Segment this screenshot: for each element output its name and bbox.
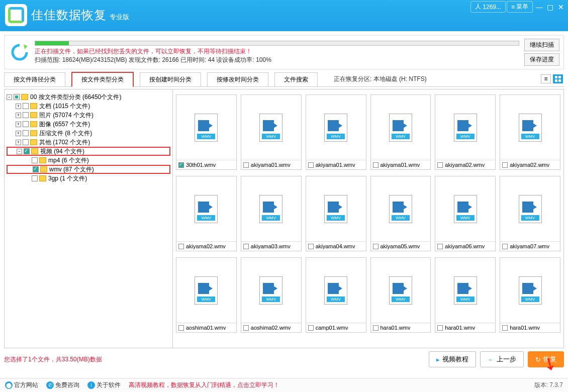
menu-button[interactable]: ≡菜单 (507, 1, 533, 13)
tree-node-images[interactable]: 图像 (6557 个文件) (39, 120, 90, 129)
file-name: akiyama03.wmv (251, 243, 291, 249)
scan-warning-text: 正在扫描文件，如果已经找到您丢失的文件，可以立即恢复，不用等待扫描结束！ (35, 47, 519, 56)
tree-node-mp4[interactable]: mp4 (6 个文件) (48, 156, 89, 165)
file-thumb[interactable]: WMVaoshima02.wmv (241, 257, 302, 333)
wmv-file-icon: WMV (454, 276, 477, 305)
file-thumb[interactable]: WMVhara01.wmv (435, 257, 496, 333)
expand-icon[interactable]: − (7, 94, 12, 100)
view-list-icon[interactable]: ≡ (541, 74, 551, 83)
checkbox[interactable] (14, 94, 20, 100)
file-thumb[interactable]: WMVhara01.wmv (500, 257, 560, 333)
file-name: akiyama05.wmv (381, 243, 420, 249)
filetype-tree[interactable]: −00 按文件类型分类 (66450个文件) +文档 (1015 个文件) +照… (4, 89, 173, 348)
file-grid[interactable]: WMV30th01.wmvWMVakiyama01.wmvWMVakiyama0… (173, 89, 564, 348)
close-icon[interactable]: ✕ (556, 3, 566, 11)
file-checkbox[interactable] (437, 162, 443, 168)
checkbox[interactable] (23, 121, 29, 127)
file-thumb[interactable]: WMVakiyama04.wmv (306, 176, 366, 251)
tab-by-filetype[interactable]: 按文件类型分类 (71, 72, 134, 87)
tree-node-archives[interactable]: 压缩文件 (8 个文件) (39, 129, 92, 138)
checkbox[interactable] (23, 130, 29, 136)
expand-icon[interactable]: + (16, 113, 21, 118)
minimize-icon[interactable]: — (534, 3, 544, 11)
checkbox[interactable] (33, 166, 39, 172)
file-thumb[interactable]: WMVakiyama03.wmv (241, 176, 302, 251)
tab-by-create-time[interactable]: 按创建时间分类 (140, 72, 201, 86)
file-checkbox[interactable] (178, 162, 184, 168)
file-checkbox[interactable] (502, 325, 508, 331)
prev-step-button[interactable]: ←上一步 (480, 351, 524, 367)
video-tutorial-button[interactable]: ▸视频教程 (429, 351, 476, 367)
file-thumb[interactable]: WMVakiyama07.wmv (500, 176, 560, 251)
expand-icon[interactable]: − (17, 149, 22, 154)
file-thumb[interactable]: WMVaoshima01.wmv (176, 257, 237, 333)
expand-icon[interactable]: + (16, 140, 21, 145)
checkbox[interactable] (23, 103, 29, 109)
tab-by-modify-time[interactable]: 按修改时间分类 (207, 72, 268, 86)
file-thumb[interactable]: WMVakiyama06.wmv (435, 176, 496, 251)
file-thumb[interactable]: WMVakiyama02.wmv (176, 176, 237, 251)
file-checkbox[interactable] (437, 244, 443, 249)
arrow-left-icon: ← (488, 356, 494, 363)
expand-icon[interactable]: + (16, 131, 21, 136)
main-area: −00 按文件类型分类 (66450个文件) +文档 (1015 个文件) +照… (4, 89, 564, 348)
file-checkbox[interactable] (373, 162, 378, 168)
file-thumb[interactable]: WMVakiyama01.wmv (306, 94, 366, 170)
file-thumb[interactable]: WMV30th01.wmv (176, 94, 237, 170)
tree-node-photos[interactable]: 照片 (57074 个文件) (39, 111, 93, 120)
file-thumb[interactable]: WMVakiyama02.wmv (435, 94, 496, 170)
file-checkbox[interactable] (373, 244, 378, 249)
expand-icon[interactable]: + (16, 122, 21, 127)
expand-icon[interactable]: + (16, 104, 21, 109)
file-name: akiyama07.wmv (510, 243, 549, 249)
file-thumb[interactable]: WMVakiyama05.wmv (370, 176, 431, 251)
file-thumb[interactable]: WMVakiyama01.wmv (370, 94, 431, 170)
file-checkbox[interactable] (243, 325, 249, 331)
promo-text[interactable]: 高清视频教程，数据恢复从入门到精通，点击立即学习！ (129, 381, 279, 389)
file-checkbox[interactable] (373, 325, 378, 331)
file-checkbox[interactable] (308, 325, 314, 331)
about-link[interactable]: i关于软件 (87, 381, 121, 389)
file-checkbox[interactable] (502, 244, 508, 249)
checkbox[interactable] (32, 175, 38, 181)
checkbox[interactable] (23, 112, 29, 118)
file-checkbox[interactable] (308, 244, 314, 249)
tab-file-search[interactable]: 文件搜索 (274, 72, 318, 86)
file-checkbox[interactable] (502, 162, 508, 168)
user-button[interactable]: 人1269... (470, 1, 506, 13)
checkbox[interactable] (24, 148, 30, 154)
file-checkbox[interactable] (243, 162, 249, 168)
official-site-link[interactable]: ⬤官方网站 (5, 381, 38, 389)
maximize-icon[interactable]: ▢ (545, 3, 555, 11)
logo-icon (5, 4, 27, 26)
file-thumb[interactable]: WMVhara01.wmv (370, 257, 431, 333)
file-checkbox[interactable] (243, 244, 249, 249)
tree-node-docs[interactable]: 文档 (1015 个文件) (39, 102, 90, 111)
recover-button[interactable]: ↻恢复 (528, 351, 564, 367)
save-progress-button[interactable]: 保存进度 (524, 53, 559, 66)
tree-root[interactable]: 00 按文件类型分类 (66450个文件) (30, 93, 121, 102)
tree-node-video[interactable]: 视频 (94 个文件) (40, 147, 84, 156)
free-consult-link[interactable]: ✆免费咨询 (46, 381, 79, 389)
file-checkbox[interactable] (437, 325, 443, 331)
wmv-file-icon: WMV (454, 114, 477, 142)
file-thumb[interactable]: WMVakiyama01.wmv (241, 94, 302, 170)
checkbox[interactable] (32, 157, 38, 163)
file-name: akiyama02.wmv (186, 243, 226, 249)
footer: ⬤官方网站 ✆免费咨询 i关于软件 高清视频教程，数据恢复从入门到精通，点击立即… (0, 378, 568, 392)
file-thumb[interactable]: WMVakiyama02.wmv (500, 94, 560, 170)
tree-node-wmv[interactable]: wmv (87 个文件) (49, 165, 94, 174)
continue-scan-button[interactable]: 继续扫描 (524, 39, 559, 51)
file-thumb[interactable]: WMVcamp01.wmv (306, 257, 366, 333)
file-name: akiyama02.wmv (510, 162, 549, 168)
tree-node-other[interactable]: 其他 (1702 个文件) (39, 138, 90, 147)
view-grid-icon[interactable] (553, 74, 563, 83)
file-checkbox[interactable] (178, 244, 184, 249)
app-edition: 专业版 (110, 13, 129, 22)
file-checkbox[interactable] (178, 325, 184, 331)
window-controls: 人1269... ≡菜单 — ▢ ✕ (470, 1, 566, 13)
tab-by-path[interactable]: 按文件路径分类 (4, 72, 65, 86)
file-checkbox[interactable] (308, 162, 314, 168)
checkbox[interactable] (23, 139, 29, 145)
tree-node-3gp[interactable]: 3gp (1 个文件) (48, 174, 87, 183)
